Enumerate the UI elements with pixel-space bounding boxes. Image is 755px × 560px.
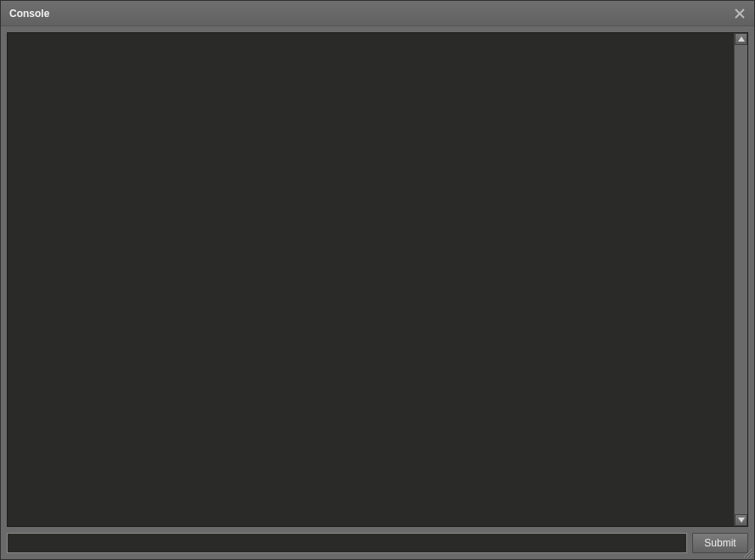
submit-button[interactable]: Submit (692, 533, 748, 553)
console-window: Console (0, 0, 755, 560)
close-button[interactable] (732, 6, 747, 21)
svg-line-9 (752, 557, 752, 557)
resize-grip-icon (741, 546, 753, 558)
scroll-down-button[interactable] (735, 514, 747, 526)
scroll-down-icon (738, 518, 745, 523)
resize-grip[interactable] (741, 546, 753, 558)
scroll-up-icon (738, 36, 745, 42)
content-area: Submit (1, 26, 754, 559)
console-output[interactable] (8, 33, 734, 526)
input-bar: Submit (7, 533, 748, 553)
output-scrollbar[interactable] (734, 33, 747, 526)
output-panel (7, 32, 748, 527)
svg-marker-2 (738, 36, 745, 42)
command-input[interactable] (7, 533, 687, 553)
svg-marker-3 (738, 518, 745, 523)
window-title: Console (9, 8, 49, 20)
titlebar[interactable]: Console (1, 1, 754, 26)
scroll-up-button[interactable] (735, 33, 747, 45)
close-icon (735, 8, 745, 19)
